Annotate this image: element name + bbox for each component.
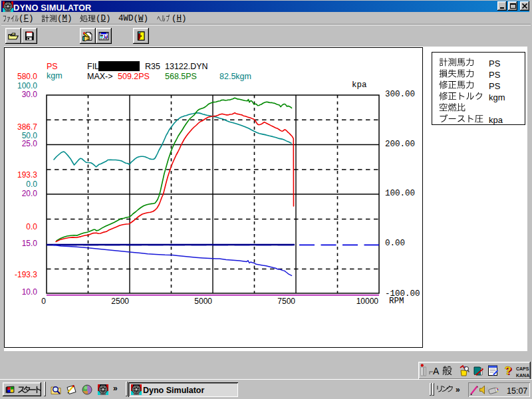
- svg-text:?: ?: [505, 364, 511, 377]
